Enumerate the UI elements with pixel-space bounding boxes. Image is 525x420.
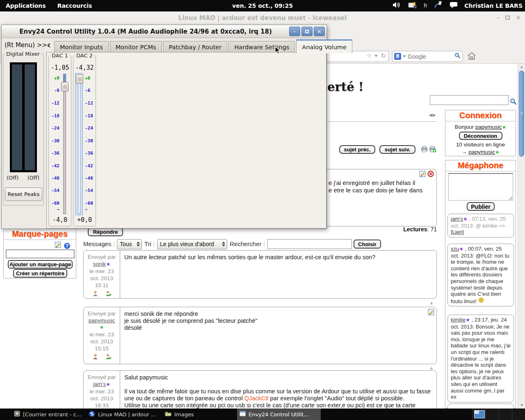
post-user-link[interactable]: kimilie (451, 317, 466, 323)
sort-select[interactable]: Le plus vieux d'abord (157, 239, 227, 249)
mail-notification-icon[interactable] (408, 1, 417, 10)
search-magnifier-icon[interactable] (454, 52, 461, 60)
minimize-icon[interactable]: – (289, 27, 300, 36)
volume-icon[interactable] (393, 2, 402, 10)
print-add-icon[interactable] (429, 146, 436, 154)
home-icon[interactable] (467, 51, 477, 62)
page-scrollbar[interactable]: ▲ ▼ (518, 64, 525, 409)
dac1-value: -1,05 (49, 64, 71, 71)
scroll-down-icon[interactable]: ▼ (518, 402, 525, 409)
top-panel: Applications Raccourcis ven. 25 oct., 09… (0, 0, 525, 11)
scroll-up-icon[interactable]: ▲ (518, 64, 525, 70)
edit-pencil-icon[interactable] (419, 171, 426, 179)
logout-button[interactable]: Déconnexion (459, 132, 502, 140)
qjackctl-link[interactable]: QJackCtl (244, 395, 269, 402)
google-logo-icon[interactable]: 8 (394, 53, 401, 60)
reload-icon[interactable]: ↻ (381, 52, 386, 59)
user-avatar-icon[interactable] (92, 354, 98, 361)
add-bookmark-button[interactable]: Ajouter un marque-page (8, 260, 73, 269)
tablet-pen-icon[interactable] (434, 1, 443, 11)
megaphone-textarea[interactable] (448, 173, 513, 201)
reply-button[interactable]: Répondre (88, 228, 123, 236)
messages-filter-label: Messages : (83, 240, 115, 247)
maximize-icon[interactable] (301, 27, 313, 36)
create-folder-button[interactable]: Créer un répertoire (13, 269, 67, 278)
reset-peaks-button[interactable]: Reset Peaks (5, 187, 42, 201)
envy24-titlebar[interactable]: Envy24 Control Utility 1.0.4 (M Audio Au… (2, 25, 326, 38)
previous-topic-button[interactable]: sujet préc. (339, 145, 375, 154)
dac2-slider-trough[interactable] (78, 75, 81, 214)
star-icon: ★ (463, 216, 468, 222)
workspace-1[interactable] (472, 409, 486, 420)
close-icon[interactable]: × (516, 14, 521, 21)
maximize-icon[interactable] (505, 16, 510, 20)
author-link[interactable]: papymusic (89, 317, 115, 324)
scale-tick: -36 (85, 151, 95, 156)
task-browser[interactable]: Linux MAO | ardour ... (86, 409, 156, 420)
user-avatar-icon[interactable] (92, 290, 98, 298)
minimize-icon[interactable]: – (497, 14, 500, 21)
bookmark-name-input[interactable] (6, 249, 75, 258)
username[interactable]: Christian LE BARS (464, 2, 523, 9)
goto-arrow-icon: → (461, 149, 467, 155)
close-icon[interactable]: × (314, 27, 325, 36)
tab-monitor-pcms[interactable]: Monitor PCMs (110, 41, 162, 53)
scrollbar-thumb[interactable] (519, 71, 524, 157)
send-message-icon[interactable] (105, 354, 112, 361)
tab-scroll-left-icon[interactable]: ‹ (47, 40, 51, 50)
publish-button[interactable]: Publier (467, 202, 495, 211)
dac2-slider-handle[interactable] (76, 74, 83, 84)
post-user-link[interactable]: jam's (451, 216, 463, 222)
scale-tick: -36 (50, 151, 59, 156)
select-spinner-icon (137, 242, 140, 247)
dac1-slider-handle[interactable] (61, 82, 68, 91)
dac1-slider-trough[interactable] (63, 74, 66, 214)
panel-collapse-icon[interactable]: ◀▶ (429, 112, 436, 118)
site-search-icon[interactable] (510, 98, 517, 107)
jump-top-icon[interactable]: ▲ (429, 300, 434, 306)
task-envy24[interactable]: Envy24 Control Utilit... (237, 409, 321, 420)
workspace-4[interactable] (512, 409, 525, 420)
task-images[interactable]: Images (162, 409, 195, 420)
thread-search-input[interactable] (267, 239, 352, 249)
next-topic-button[interactable]: sujet suiv. (379, 145, 415, 154)
choose-button[interactable]: Choisir (354, 240, 381, 249)
online-user-link[interactable]: papymusic (468, 149, 495, 155)
send-message-icon[interactable] (105, 290, 112, 298)
post-user-link[interactable]: xzu (451, 246, 459, 252)
delete-icon[interactable] (427, 171, 434, 179)
post-link[interactable]: [Lien] (451, 229, 464, 235)
tab-hardware-settings[interactable]: Hardware Settings (228, 41, 295, 53)
author-link[interactable]: sonik (93, 261, 106, 267)
megaphone-post: kimilie★ , 23:17, jeu. 24 oct. 2013: Bon… (447, 315, 514, 402)
megaphone-post (447, 404, 514, 409)
print-icon[interactable] (421, 146, 428, 154)
edit-pencil-icon[interactable] (428, 309, 434, 317)
star-icon: ★ (502, 124, 507, 130)
workspace-2[interactable] (486, 409, 499, 420)
search-filter-label: Rechercher : (230, 240, 265, 247)
resize-grip-icon[interactable] (509, 196, 512, 200)
workspace-3[interactable] (499, 409, 512, 420)
jump-top-icon[interactable]: ▲ (429, 365, 434, 371)
user-profile-link[interactable]: papymusic (475, 124, 502, 130)
task-mail[interactable]: [Courrier entrant - c... (11, 409, 82, 420)
bookmark-star-icon[interactable]: ☆ (366, 52, 372, 59)
tab-analog-volume[interactable]: Analog Volume (296, 39, 352, 53)
site-search-input[interactable] (430, 95, 509, 105)
browser-titlebar[interactable]: Linux MAO | ardour est devenu muet - Ice… (0, 11, 525, 25)
tab-patchbay-router[interactable]: Patchbay / Router (163, 41, 228, 53)
edit-pencil-icon[interactable] (55, 242, 61, 250)
keyboard-layout-indicator[interactable]: fr (424, 3, 427, 9)
forum-message-jams: Envoyé par jam's★ le mer. 23 oct. 2013 1… (83, 370, 437, 409)
search-engine-dropdown-icon[interactable] (403, 55, 406, 57)
messages-filter-select[interactable]: Tous (117, 239, 142, 249)
author-link[interactable]: jam's (93, 381, 106, 387)
help-icon[interactable]: ? (64, 243, 70, 249)
tab-monitor-inputs[interactable]: Monitor Inputs (54, 41, 109, 53)
chat-bubble-icon[interactable] (450, 2, 458, 10)
meter-right (25, 64, 35, 170)
urlbar-dropdown-icon[interactable] (374, 55, 378, 57)
search-input[interactable] (408, 53, 453, 60)
rt-menu-label[interactable]: (Rt Menu) >> (5, 41, 47, 49)
